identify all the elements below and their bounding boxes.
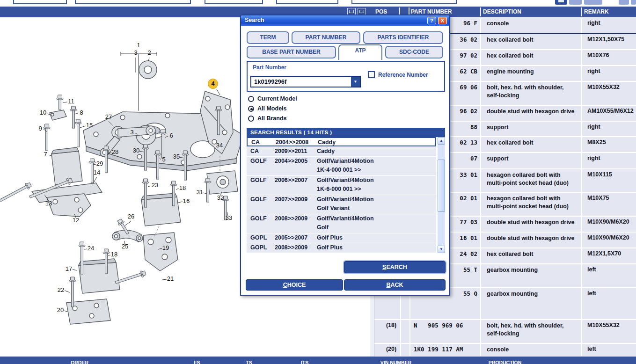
callout-19[interactable]: 19	[162, 244, 169, 251]
callout-16[interactable]: 16	[183, 197, 190, 204]
back-button[interactable]: BACK	[344, 279, 446, 291]
top-filter-box-2[interactable]	[75, 0, 191, 4]
window-icon[interactable]	[347, 8, 356, 15]
result-row[interactable]: CA2004>>2008Caddy	[247, 137, 436, 146]
copy-icon[interactable]	[584, 0, 602, 5]
callout-24[interactable]: 24	[88, 245, 94, 252]
callout-3[interactable]: 3	[130, 129, 133, 136]
reference-number-label: Reference Number	[378, 72, 428, 78]
bolt	[115, 269, 146, 285]
callout-8[interactable]: 8	[80, 109, 83, 116]
cell-remark: M10X75	[587, 195, 636, 201]
callout-34[interactable]: 34	[216, 142, 223, 149]
tab-base-part-number[interactable]: BASE PART NUMBER	[247, 46, 336, 58]
callout-33[interactable]: 33	[226, 214, 232, 221]
callout-2[interactable]: 2	[147, 49, 151, 56]
callout-26[interactable]: 26	[128, 213, 134, 220]
help-icon[interactable]: ?	[427, 17, 436, 24]
tab-part-number[interactable]: PART NUMBER	[292, 31, 360, 44]
result-name: Golf Plus	[317, 244, 343, 251]
choice-button[interactable]: CHOICE	[246, 279, 343, 291]
status-label-production: PRODUCTION	[489, 360, 522, 364]
callout-15[interactable]: 15	[86, 122, 93, 129]
callout-18[interactable]: 18	[179, 184, 186, 191]
result-row[interactable]: GOLF2006>>2007Golf/Variant/4Motion1K-6-0…	[247, 176, 436, 195]
callout-7[interactable]: 7	[44, 151, 47, 158]
callout-21[interactable]: 21	[167, 275, 174, 282]
part-number-combo: ▼	[250, 76, 361, 87]
table-row[interactable]: (20)1K0 199 117 AMconsoleleft	[374, 344, 636, 356]
result-row[interactable]: GOPL2005>>2007Golf Plus	[247, 233, 436, 243]
callout-1[interactable]: 1	[137, 42, 140, 49]
tab-term[interactable]: TERM	[247, 31, 289, 44]
dialog-titlebar[interactable]: Search ? X	[241, 15, 449, 26]
callout-4[interactable]: 4	[211, 80, 215, 87]
scroll-up-icon[interactable]: ▲	[438, 137, 445, 145]
results-scrollbar[interactable]: ▲ ▼	[438, 137, 445, 253]
callout-14[interactable]: 14	[94, 169, 100, 176]
callout-leader-line	[80, 126, 86, 128]
radio-current-model[interactable]: Current Model	[248, 95, 342, 103]
callout-23[interactable]: 23	[152, 182, 158, 189]
top-filter-box-1[interactable]	[13, 0, 67, 4]
result-code: GOLF	[250, 196, 267, 203]
cell-description: console	[487, 20, 581, 28]
search-button[interactable]: SEARCH	[344, 261, 446, 273]
more-icon[interactable]	[631, 0, 636, 5]
callout-27[interactable]: 27	[105, 113, 112, 120]
dock-icon[interactable]	[358, 8, 366, 15]
print-icon[interactable]	[555, 0, 567, 5]
result-row[interactable]: GOLF2007>>2009Golf/Variant/4MotionGolf V…	[247, 195, 436, 214]
callout-32[interactable]: 32	[217, 194, 224, 201]
top-filter-box-4[interactable]	[276, 0, 338, 4]
table-row[interactable]: (18)N 905 969 06bolt, hex. hd. with shou…	[374, 320, 636, 343]
result-years: 2008>>2009	[275, 244, 307, 251]
diagram-parts	[32, 61, 243, 324]
result-row[interactable]: CA2009>>2011Caddy	[247, 147, 436, 156]
callout-25[interactable]: 25	[122, 243, 128, 250]
save-icon[interactable]	[569, 0, 582, 5]
callout-9[interactable]: 9	[38, 125, 42, 132]
bolt	[44, 124, 50, 151]
callout-28[interactable]: 28	[112, 148, 118, 155]
callout-11[interactable]: 11	[68, 98, 74, 105]
reference-number-checkbox[interactable]	[368, 71, 375, 78]
cell-description: hex collared bolt	[487, 139, 581, 147]
callout-31[interactable]: 31	[197, 189, 203, 196]
tab-sdc-code[interactable]: SDC-CODE	[385, 46, 443, 58]
callout-35[interactable]: 35	[173, 153, 180, 160]
top-filter-box-3[interactable]	[205, 0, 263, 4]
callout-29[interactable]: 29	[96, 160, 103, 167]
result-row[interactable]: GOPL2008>>2009Golf Plus	[247, 243, 436, 253]
cell-description: double stud with hexagon drive	[487, 234, 581, 242]
callout-leader-line	[47, 114, 50, 115]
tools-icon[interactable]	[619, 0, 629, 5]
part-number-input[interactable]	[251, 77, 353, 87]
callout-22[interactable]: 22	[58, 286, 64, 293]
scroll-thumb[interactable]	[438, 160, 445, 212]
callout-5[interactable]: 5	[162, 156, 165, 163]
callout-18[interactable]: 18	[111, 251, 117, 258]
close-icon[interactable]: X	[438, 17, 447, 24]
tab-atp[interactable]: ATP	[338, 44, 382, 60]
result-row[interactable]: GOLF2008>>2009Golf/Variant/4MotionGolf	[247, 214, 436, 233]
printer-glyph	[558, 0, 564, 2]
cell-remark: M10X55X32	[587, 84, 636, 90]
part-number-label: Part Number	[253, 64, 286, 71]
chevron-down-icon[interactable]: ▼	[351, 77, 360, 87]
radio-all-models[interactable]: All Models	[248, 105, 342, 113]
scroll-down-icon[interactable]: ▼	[438, 246, 445, 253]
callout-13[interactable]: 13	[45, 200, 52, 207]
radio-all-brands[interactable]: All Brands	[248, 115, 342, 123]
callout-12[interactable]: 12	[73, 217, 79, 224]
callout-6[interactable]: 6	[169, 132, 173, 139]
callout-30[interactable]: 30	[133, 147, 139, 154]
callout-17[interactable]: 17	[66, 265, 72, 272]
callout-10[interactable]: 10	[40, 109, 46, 116]
callout-3[interactable]: 3	[134, 49, 137, 56]
tab-parts-identifier[interactable]: PARTS IDENTIFIER	[363, 31, 443, 44]
callout-leader-line	[217, 89, 220, 95]
top-filter-box-5[interactable]	[351, 0, 457, 4]
callout-20[interactable]: 20	[57, 306, 64, 313]
result-row[interactable]: GOLF2004>>2005Golf/Variant/4Motion1K-4-0…	[247, 157, 436, 175]
